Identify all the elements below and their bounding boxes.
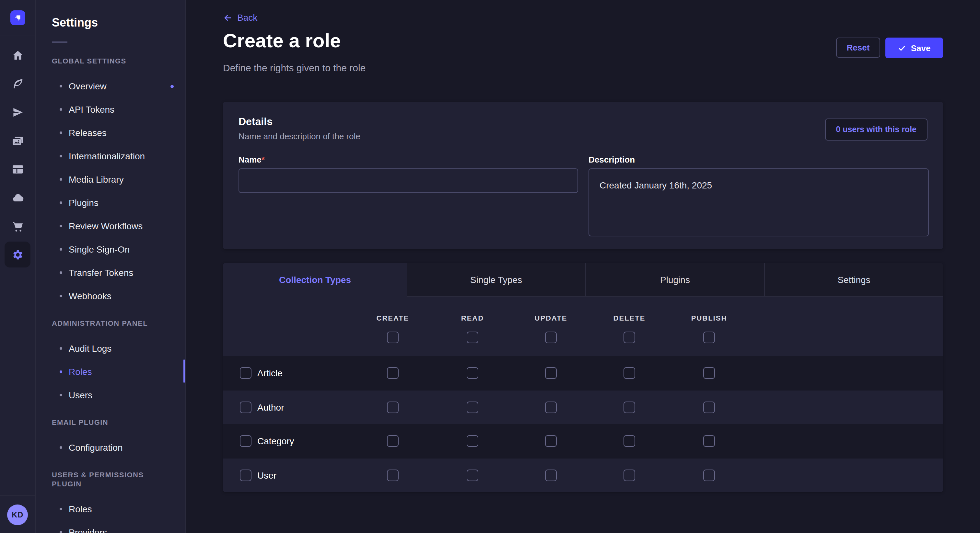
- column-header-update: UPDATE: [506, 314, 596, 322]
- tab-plugins[interactable]: Plugins: [585, 263, 764, 297]
- avatar[interactable]: KD: [7, 504, 28, 525]
- feather-icon: [11, 78, 24, 90]
- gear-icon: [11, 248, 24, 261]
- bullet-icon: [60, 531, 62, 533]
- nav-marketplace[interactable]: [0, 212, 35, 240]
- bullet-icon: [60, 178, 62, 181]
- reset-button[interactable]: Reset: [836, 38, 880, 58]
- checkbox-category-create[interactable]: [387, 436, 399, 447]
- checkbox-article-update[interactable]: [545, 368, 557, 379]
- permission-row-article: Article: [223, 356, 943, 390]
- checkbox-user-read[interactable]: [467, 470, 478, 481]
- select-all-create-checkbox[interactable]: [387, 332, 399, 343]
- subnav-item-users[interactable]: Users: [36, 383, 185, 407]
- bullet-icon: [60, 248, 62, 251]
- checkbox-author-create[interactable]: [387, 401, 399, 413]
- section-label: USERS & PERMISSIONS PLUGIN: [52, 470, 170, 488]
- strapi-logo-glyph: [13, 13, 22, 23]
- permissions-card: Collection Types Single Types Plugins Se…: [223, 263, 943, 492]
- nav-content-type-builder[interactable]: [0, 155, 35, 183]
- subnav-item-roles-admin[interactable]: Roles: [36, 360, 185, 383]
- subnav-scrollbar-thumb[interactable]: [183, 359, 185, 383]
- tab-collection-types[interactable]: Collection Types: [223, 263, 407, 297]
- checkbox-user-delete[interactable]: [624, 470, 635, 481]
- subnav-title: Settings: [52, 16, 185, 30]
- subnav-item-roles-up[interactable]: Roles: [36, 497, 185, 521]
- subnav-item-providers[interactable]: Providers: [36, 521, 185, 533]
- row-label: Author: [257, 402, 284, 412]
- column-header-delete: DELETE: [584, 314, 675, 322]
- subnav-item-configuration[interactable]: Configuration: [36, 436, 185, 459]
- subnav-item-releases[interactable]: Releases: [36, 121, 185, 144]
- checkbox-article-publish[interactable]: [703, 368, 715, 379]
- select-all-delete-checkbox[interactable]: [624, 332, 635, 343]
- select-row-author-checkbox[interactable]: [240, 401, 251, 413]
- nav-releases[interactable]: [0, 98, 35, 126]
- nav-settings-active-bg: [5, 241, 30, 268]
- subnav-item-review-workflows[interactable]: Review Workflows: [36, 214, 185, 238]
- notification-dot-icon: [170, 84, 174, 88]
- subnav-item-media-library[interactable]: Media Library: [36, 168, 185, 191]
- cloud-icon: [11, 191, 24, 204]
- select-all-update-checkbox[interactable]: [545, 332, 557, 343]
- layout-icon: [11, 163, 24, 175]
- users-with-role-button[interactable]: 0 users with this role: [825, 119, 928, 141]
- row-label: User: [257, 470, 277, 481]
- subnav-item-internationalization[interactable]: Internationalization: [36, 144, 185, 168]
- checkbox-category-delete[interactable]: [624, 436, 635, 447]
- subnav-divider: [52, 41, 67, 43]
- select-all-publish-checkbox[interactable]: [703, 332, 715, 343]
- select-row-user-checkbox[interactable]: [240, 470, 251, 481]
- back-link[interactable]: Back: [223, 12, 257, 23]
- nav-settings[interactable]: [0, 240, 35, 269]
- name-field-group: Name*: [239, 155, 578, 236]
- nav-home[interactable]: [0, 41, 35, 69]
- checkbox-user-update[interactable]: [545, 470, 557, 481]
- checkbox-article-read[interactable]: [467, 368, 478, 379]
- checkbox-user-create[interactable]: [387, 470, 399, 481]
- select-row-category-checkbox[interactable]: [240, 436, 251, 447]
- select-all-read-checkbox[interactable]: [467, 332, 478, 343]
- main-nav-footer: KD: [0, 495, 35, 533]
- column-header-create: CREATE: [347, 314, 438, 322]
- checkbox-user-publish[interactable]: [703, 470, 715, 481]
- strapi-logo[interactable]: [10, 10, 25, 25]
- select-row-article-checkbox[interactable]: [240, 368, 251, 379]
- section-label: GLOBAL SETTINGS: [52, 56, 170, 65]
- nav-deploy[interactable]: [0, 183, 35, 212]
- cart-icon: [11, 220, 24, 232]
- subnav-item-plugins[interactable]: Plugins: [36, 191, 185, 214]
- tab-single-types[interactable]: Single Types: [407, 263, 585, 297]
- subnav-item-webhooks[interactable]: Webhooks: [36, 284, 185, 308]
- required-asterisk: *: [261, 155, 265, 165]
- subnav-item-single-sign-on[interactable]: Single Sign-On: [36, 238, 185, 261]
- section-label: ADMINISTRATION PANEL: [52, 319, 170, 328]
- bullet-icon: [60, 347, 62, 350]
- description-textarea[interactable]: Created January 16th, 2025: [589, 168, 929, 236]
- checkbox-category-publish[interactable]: [703, 436, 715, 447]
- name-input[interactable]: [239, 168, 578, 193]
- section-label: EMAIL PLUGIN: [52, 418, 170, 427]
- subnav-item-audit-logs[interactable]: Audit Logs: [36, 337, 185, 360]
- checkbox-article-delete[interactable]: [624, 368, 635, 379]
- nav-media-library[interactable]: [0, 126, 35, 155]
- page-subtitle: Define the rights given to the role: [223, 62, 366, 73]
- subnav-item-api-tokens[interactable]: API Tokens: [36, 98, 185, 121]
- nav-content-manager[interactable]: [0, 69, 35, 98]
- checkbox-category-update[interactable]: [545, 436, 557, 447]
- checkbox-article-create[interactable]: [387, 368, 399, 379]
- tab-settings[interactable]: Settings: [764, 263, 943, 297]
- checkbox-author-delete[interactable]: [624, 401, 635, 413]
- details-title: Details: [239, 115, 928, 128]
- save-button[interactable]: Save: [885, 38, 943, 58]
- name-label: Name*: [239, 155, 578, 165]
- bullet-icon: [60, 508, 62, 510]
- checkbox-author-update[interactable]: [545, 401, 557, 413]
- checkbox-category-read[interactable]: [467, 436, 478, 447]
- column-header-publish: PUBLISH: [664, 314, 754, 322]
- checkbox-author-publish[interactable]: [703, 401, 715, 413]
- subnav-item-transfer-tokens[interactable]: Transfer Tokens: [36, 261, 185, 284]
- home-icon: [11, 49, 24, 61]
- subnav-item-overview[interactable]: Overview: [36, 75, 185, 98]
- checkbox-author-read[interactable]: [467, 401, 478, 413]
